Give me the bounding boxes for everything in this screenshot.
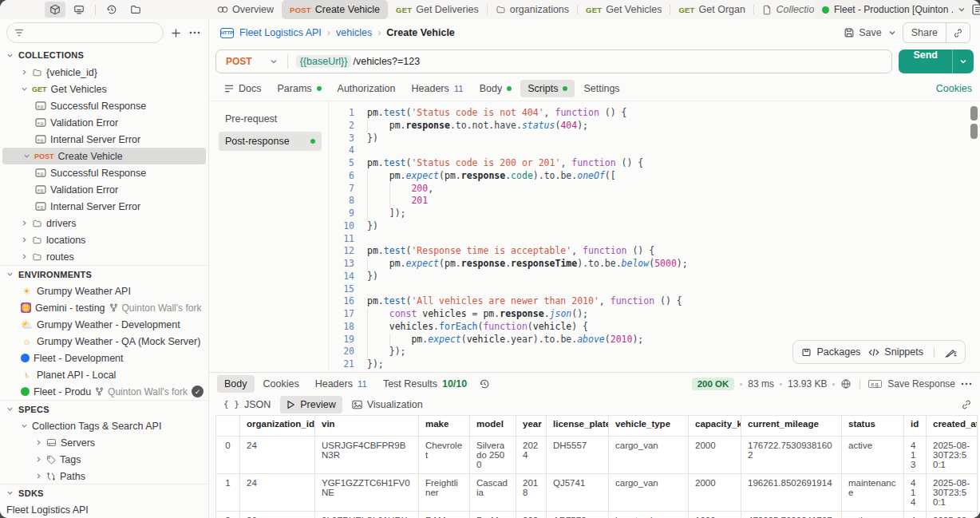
request-tab-authorization[interactable]: Authorization <box>330 80 403 97</box>
sidebar-item-get-vehicles[interactable]: GETGet Vehicles <box>0 81 208 97</box>
tab-collection-tags[interactable]: Collection Tags <box>754 0 814 19</box>
add-button[interactable] <box>168 24 183 42</box>
sidebar-item-grumpy-weather-qa-mock-server[interactable]: ☼Grumpy Weather - QA (Mock Server) <box>0 333 208 350</box>
share-label[interactable]: Share <box>903 23 946 42</box>
chevron-right-icon[interactable] <box>35 456 42 463</box>
packages-button[interactable]: Packages <box>801 346 860 358</box>
url-input[interactable]: {{baseUrl}} /vehicles?=123 <box>288 55 429 68</box>
tab-get-vehicles[interactable]: GETGet Vehicles <box>578 0 670 19</box>
chevron-right-icon[interactable] <box>35 439 42 446</box>
sidebar-item-validation-error[interactable]: e.g.Validation Error <box>0 114 208 131</box>
snippets-button[interactable]: Snippets <box>868 346 923 358</box>
chevron-right-icon[interactable] <box>21 236 28 243</box>
request-tab-docs[interactable]: Docs <box>217 80 268 97</box>
sidebar-item-paths[interactable]: Paths <box>0 468 208 484</box>
sidebar-item-collection-tags-search-api[interactable]: Collection Tags & Search API <box>0 417 208 434</box>
sidebar-item-internal-server-error[interactable]: e.g.Internal Server Error <box>0 198 208 215</box>
sidebar-item-successful-response[interactable]: e.g.Successful Response <box>0 164 208 181</box>
tab-organizations[interactable]: organizations <box>488 0 577 19</box>
format-tab-visualization[interactable]: Visualization <box>346 396 429 413</box>
sidebar-search-field[interactable] <box>24 26 156 39</box>
sidebar-item-fleet-logistics-api[interactable]: Fleet Logistics API <box>0 501 208 518</box>
sidebar-item-fleet-production[interactable]: Fleet - ProductionQuinton Wall's fork✓ <box>0 383 208 400</box>
chevron-down-icon[interactable] <box>21 422 28 429</box>
sidebar-search-input[interactable] <box>6 22 164 43</box>
scrollbar-thumb[interactable] <box>970 124 978 139</box>
environment-quick-look-icon[interactable] <box>972 4 980 15</box>
format-tab-json[interactable]: { }JSON <box>217 396 277 413</box>
network-info-icon[interactable] <box>840 378 852 389</box>
share-button[interactable]: Share <box>903 22 970 43</box>
sidebar-item-tags[interactable]: Tags <box>0 451 208 468</box>
request-tab-body[interactable]: Body <box>472 80 520 97</box>
response-tab-headers[interactable]: Headers11 <box>308 375 374 393</box>
sidebar-item-vehicle-id[interactable]: {vehicle_id} <box>0 64 208 81</box>
method-selector[interactable]: POST <box>216 56 287 67</box>
apis-nav-icon[interactable] <box>69 2 89 18</box>
copy-link-icon[interactable] <box>946 23 970 42</box>
sidebar-item-fleet-development[interactable]: Fleet - Development <box>0 350 208 366</box>
request-tab-scripts[interactable]: Scripts <box>520 80 575 97</box>
response-tab-body[interactable]: Body <box>217 375 255 393</box>
collections-nav-icon[interactable] <box>45 2 65 18</box>
line-number: 8 <box>329 195 367 208</box>
response-tab-cookies[interactable]: Cookies <box>256 375 306 393</box>
save-response-button[interactable]: Save Response <box>887 378 955 389</box>
editor-scrollbar[interactable] <box>970 105 978 369</box>
section-header-collections[interactable]: COLLECTIONS <box>0 46 208 64</box>
response-tab-test-results[interactable]: Test Results10/10 <box>376 375 474 393</box>
history-nav-icon[interactable] <box>101 2 122 18</box>
environment-selector[interactable]: Fleet - Production [Quinton ... <box>814 0 970 19</box>
save-dropdown-chevron-icon[interactable] <box>888 29 896 37</box>
script-phase-panel: Pre-request Post-response <box>209 101 329 372</box>
request-tab-settings[interactable]: Settings <box>576 80 626 97</box>
sidebar-item-gemini-testing[interactable]: ♊Gemini - testingQuinton Wall's fork <box>0 299 208 316</box>
chevron-right-icon[interactable] <box>21 219 28 227</box>
scrollbar-thumb[interactable] <box>970 106 978 121</box>
sidebar-item-successful-response[interactable]: e.g.Successful Response <box>0 97 208 114</box>
send-options-chevron-icon[interactable] <box>952 49 974 73</box>
sidebar-item-internal-server-error[interactable]: e.g.Internal Server Error <box>0 131 208 148</box>
section-header-environments[interactable]: ENVIRONMENTS <box>0 265 208 283</box>
modified-dot <box>317 86 322 91</box>
chevron-right-icon[interactable] <box>35 473 42 480</box>
base-url-variable-chip[interactable]: {{baseUrl}} <box>296 55 352 68</box>
format-tab-preview[interactable]: Preview <box>280 396 342 413</box>
section-header-specs[interactable]: SPECS <box>0 400 208 417</box>
more-options-icon[interactable] <box>188 24 202 42</box>
sidebar-item-grumpy-weather-api[interactable]: ☀Grumpy Weather API <box>0 283 208 299</box>
chevron-right-icon[interactable] <box>21 253 28 260</box>
tab-create-vehicle[interactable]: POSTCreate Vehicle <box>282 0 388 19</box>
chevron-down-icon[interactable] <box>21 85 28 93</box>
send-label[interactable]: Send <box>899 49 952 73</box>
tab-get-organizations[interactable]: GETGet Organizations <box>670 0 753 19</box>
response-history-icon[interactable] <box>479 378 490 389</box>
section-header-sdks[interactable]: SDKS <box>0 484 208 501</box>
tab-overview[interactable]: Overview <box>209 0 282 19</box>
sidebar-item-drivers[interactable]: drivers <box>0 215 208 231</box>
postbot-ai-icon[interactable] <box>945 347 957 358</box>
sidebar-item-grumpy-weather-development[interactable]: ⛅Grumpy Weather - Development <box>0 316 208 333</box>
script-phase-post-response[interactable]: Post-response <box>219 132 322 151</box>
request-tab-headers[interactable]: Headers11 <box>405 80 471 97</box>
sidebar-item-locations[interactable]: locations <box>0 231 208 248</box>
chevron-down-icon[interactable] <box>23 152 30 160</box>
more-options-icon[interactable] <box>961 382 972 386</box>
code-editor[interactable]: 1pm.test('Status code is not 404', funct… <box>329 101 980 372</box>
copy-link-icon[interactable] <box>961 399 972 410</box>
sidebar-item-validation-error[interactable]: e.g.Validation Error <box>0 181 208 198</box>
files-nav-icon[interactable] <box>125 2 146 18</box>
breadcrumb-collection-link[interactable]: Fleet Logistics API <box>239 27 322 38</box>
send-button[interactable]: Send <box>899 49 974 73</box>
save-button[interactable]: Save <box>844 27 882 38</box>
sidebar-item-planet-api-local[interactable]: ♄Planet API - Local <box>0 366 208 383</box>
script-phase-pre-request[interactable]: Pre-request <box>219 109 322 129</box>
request-tab-params[interactable]: Params <box>270 80 328 97</box>
sidebar-item-create-vehicle[interactable]: POSTCreate Vehicle <box>2 148 206 164</box>
chevron-right-icon[interactable] <box>21 69 28 76</box>
tab-get-deliveries[interactable]: GETGet Deliveries <box>388 0 487 19</box>
cookies-link[interactable]: Cookies <box>936 83 972 94</box>
breadcrumb-folder-link[interactable]: vehicles <box>336 27 372 38</box>
sidebar-item-servers[interactable]: Servers <box>0 434 208 451</box>
sidebar-item-routes[interactable]: routes <box>0 248 208 265</box>
